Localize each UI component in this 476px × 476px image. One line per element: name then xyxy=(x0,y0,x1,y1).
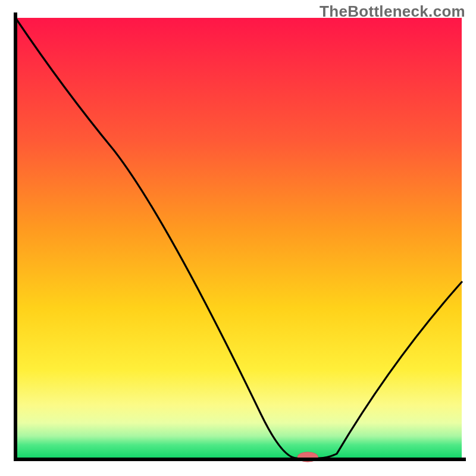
watermark-text: TheBottleneck.com xyxy=(320,2,465,21)
chart-container: TheBottleneck.com xyxy=(0,0,476,476)
chart-svg xyxy=(0,0,476,476)
plot-area xyxy=(15,14,464,462)
gradient-background xyxy=(15,18,462,458)
